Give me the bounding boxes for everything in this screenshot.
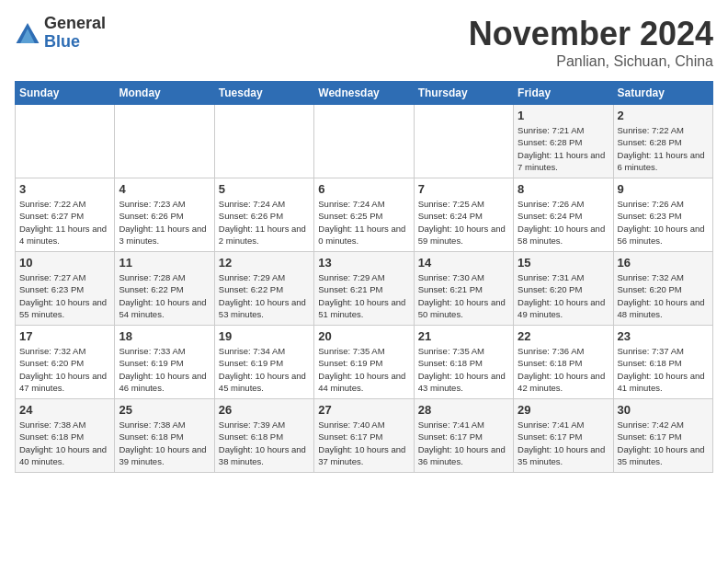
day-number: 28 xyxy=(418,403,509,417)
day-info: Sunrise: 7:22 AM Sunset: 6:27 PM Dayligh… xyxy=(19,198,110,247)
calendar-cell xyxy=(414,105,513,178)
day-number: 27 xyxy=(318,403,409,417)
day-info: Sunrise: 7:39 AM Sunset: 6:18 PM Dayligh… xyxy=(219,419,310,467)
calendar-cell: 9Sunrise: 7:26 AM Sunset: 6:23 PM Daylig… xyxy=(613,178,712,252)
calendar-cell: 25Sunrise: 7:38 AM Sunset: 6:18 PM Dayli… xyxy=(115,399,214,473)
day-info: Sunrise: 7:25 AM Sunset: 6:24 PM Dayligh… xyxy=(418,198,509,247)
day-info: Sunrise: 7:41 AM Sunset: 6:17 PM Dayligh… xyxy=(418,419,509,467)
day-number: 25 xyxy=(119,403,210,417)
day-number: 23 xyxy=(618,329,709,343)
day-number: 29 xyxy=(518,403,609,417)
day-info: Sunrise: 7:22 AM Sunset: 6:28 PM Dayligh… xyxy=(618,124,709,173)
calendar-cell: 17Sunrise: 7:32 AM Sunset: 6:20 PM Dayli… xyxy=(16,326,115,399)
calendar-cell xyxy=(16,105,115,178)
day-info: Sunrise: 7:38 AM Sunset: 6:18 PM Dayligh… xyxy=(19,419,110,467)
day-number: 7 xyxy=(418,182,509,196)
day-info: Sunrise: 7:29 AM Sunset: 6:21 PM Dayligh… xyxy=(318,271,409,320)
calendar-cell: 19Sunrise: 7:34 AM Sunset: 6:19 PM Dayli… xyxy=(214,326,313,399)
day-number: 16 xyxy=(618,256,709,270)
day-number: 20 xyxy=(318,329,409,343)
day-info: Sunrise: 7:24 AM Sunset: 6:25 PM Dayligh… xyxy=(318,198,409,247)
day-info: Sunrise: 7:29 AM Sunset: 6:22 PM Dayligh… xyxy=(219,271,310,320)
day-number: 4 xyxy=(119,182,210,196)
day-number: 13 xyxy=(318,256,409,270)
week-row-4: 17Sunrise: 7:32 AM Sunset: 6:20 PM Dayli… xyxy=(16,326,713,399)
day-number: 18 xyxy=(119,329,210,343)
day-info: Sunrise: 7:35 AM Sunset: 6:19 PM Dayligh… xyxy=(318,345,409,394)
week-row-2: 3Sunrise: 7:22 AM Sunset: 6:27 PM Daylig… xyxy=(16,178,713,252)
day-number: 5 xyxy=(219,182,310,196)
calendar-table: SundayMondayTuesdayWednesdayThursdayFrid… xyxy=(15,81,713,473)
day-number: 19 xyxy=(219,329,310,343)
calendar-cell: 22Sunrise: 7:36 AM Sunset: 6:18 PM Dayli… xyxy=(514,326,613,399)
logo-icon xyxy=(15,20,40,46)
calendar-cell: 24Sunrise: 7:38 AM Sunset: 6:18 PM Dayli… xyxy=(16,399,115,473)
day-info: Sunrise: 7:37 AM Sunset: 6:18 PM Dayligh… xyxy=(618,345,709,394)
week-row-1: 1Sunrise: 7:21 AM Sunset: 6:28 PM Daylig… xyxy=(16,105,713,178)
calendar-cell: 12Sunrise: 7:29 AM Sunset: 6:22 PM Dayli… xyxy=(214,252,313,326)
day-info: Sunrise: 7:30 AM Sunset: 6:21 PM Dayligh… xyxy=(418,271,509,320)
day-number: 6 xyxy=(318,182,409,196)
week-row-3: 10Sunrise: 7:27 AM Sunset: 6:23 PM Dayli… xyxy=(16,252,713,326)
logo-text: General Blue xyxy=(44,15,106,52)
calendar-cell: 23Sunrise: 7:37 AM Sunset: 6:18 PM Dayli… xyxy=(613,326,712,399)
weekday-header-row: SundayMondayTuesdayWednesdayThursdayFrid… xyxy=(16,82,713,105)
calendar-cell: 8Sunrise: 7:26 AM Sunset: 6:24 PM Daylig… xyxy=(514,178,613,252)
page-header: General Blue November 2024 Panlian, Sich… xyxy=(15,15,713,70)
month-title: November 2024 xyxy=(469,15,713,53)
day-number: 3 xyxy=(19,182,110,196)
calendar-cell: 11Sunrise: 7:28 AM Sunset: 6:22 PM Dayli… xyxy=(115,252,214,326)
calendar-cell: 18Sunrise: 7:33 AM Sunset: 6:19 PM Dayli… xyxy=(115,326,214,399)
calendar-cell: 7Sunrise: 7:25 AM Sunset: 6:24 PM Daylig… xyxy=(414,178,513,252)
day-info: Sunrise: 7:32 AM Sunset: 6:20 PM Dayligh… xyxy=(618,271,709,320)
calendar-cell: 29Sunrise: 7:41 AM Sunset: 6:17 PM Dayli… xyxy=(514,399,613,473)
weekday-header-saturday: Saturday xyxy=(613,82,712,105)
day-number: 8 xyxy=(518,182,609,196)
calendar-cell xyxy=(115,105,214,178)
day-number: 9 xyxy=(618,182,709,196)
day-info: Sunrise: 7:27 AM Sunset: 6:23 PM Dayligh… xyxy=(19,271,110,320)
calendar-cell: 5Sunrise: 7:24 AM Sunset: 6:26 PM Daylig… xyxy=(214,178,313,252)
day-info: Sunrise: 7:26 AM Sunset: 6:24 PM Dayligh… xyxy=(518,198,609,247)
calendar-cell: 21Sunrise: 7:35 AM Sunset: 6:18 PM Dayli… xyxy=(414,326,513,399)
logo-general-text: General xyxy=(44,15,106,33)
day-number: 17 xyxy=(19,329,110,343)
calendar-cell: 14Sunrise: 7:30 AM Sunset: 6:21 PM Dayli… xyxy=(414,252,513,326)
day-number: 26 xyxy=(219,403,310,417)
day-number: 12 xyxy=(219,256,310,270)
location-text: Panlian, Sichuan, China xyxy=(469,53,713,70)
day-info: Sunrise: 7:36 AM Sunset: 6:18 PM Dayligh… xyxy=(518,345,609,394)
calendar-cell xyxy=(314,105,414,178)
day-number: 24 xyxy=(19,403,110,417)
calendar-cell: 30Sunrise: 7:42 AM Sunset: 6:17 PM Dayli… xyxy=(613,399,712,473)
weekday-header-wednesday: Wednesday xyxy=(314,82,414,105)
day-info: Sunrise: 7:26 AM Sunset: 6:23 PM Dayligh… xyxy=(618,198,709,247)
day-info: Sunrise: 7:21 AM Sunset: 6:28 PM Dayligh… xyxy=(518,124,609,173)
calendar-cell: 13Sunrise: 7:29 AM Sunset: 6:21 PM Dayli… xyxy=(314,252,414,326)
day-info: Sunrise: 7:32 AM Sunset: 6:20 PM Dayligh… xyxy=(19,345,110,394)
weekday-header-monday: Monday xyxy=(115,82,214,105)
day-info: Sunrise: 7:35 AM Sunset: 6:18 PM Dayligh… xyxy=(418,345,509,394)
weekday-header-friday: Friday xyxy=(514,82,613,105)
weekday-header-thursday: Thursday xyxy=(414,82,513,105)
day-info: Sunrise: 7:24 AM Sunset: 6:26 PM Dayligh… xyxy=(219,198,310,247)
day-number: 21 xyxy=(418,329,509,343)
day-info: Sunrise: 7:38 AM Sunset: 6:18 PM Dayligh… xyxy=(119,419,210,467)
weekday-header-sunday: Sunday xyxy=(16,82,115,105)
day-info: Sunrise: 7:28 AM Sunset: 6:22 PM Dayligh… xyxy=(119,271,210,320)
calendar-cell: 6Sunrise: 7:24 AM Sunset: 6:25 PM Daylig… xyxy=(314,178,414,252)
calendar-cell: 20Sunrise: 7:35 AM Sunset: 6:19 PM Dayli… xyxy=(314,326,414,399)
calendar-cell: 27Sunrise: 7:40 AM Sunset: 6:17 PM Dayli… xyxy=(314,399,414,473)
day-info: Sunrise: 7:40 AM Sunset: 6:17 PM Dayligh… xyxy=(318,419,409,467)
day-info: Sunrise: 7:31 AM Sunset: 6:20 PM Dayligh… xyxy=(518,271,609,320)
day-number: 22 xyxy=(518,329,609,343)
day-number: 30 xyxy=(618,403,709,417)
day-number: 15 xyxy=(518,256,609,270)
day-info: Sunrise: 7:41 AM Sunset: 6:17 PM Dayligh… xyxy=(518,419,609,467)
calendar-cell: 2Sunrise: 7:22 AM Sunset: 6:28 PM Daylig… xyxy=(613,105,712,178)
calendar-cell: 1Sunrise: 7:21 AM Sunset: 6:28 PM Daylig… xyxy=(514,105,613,178)
calendar-cell: 3Sunrise: 7:22 AM Sunset: 6:27 PM Daylig… xyxy=(16,178,115,252)
day-info: Sunrise: 7:23 AM Sunset: 6:26 PM Dayligh… xyxy=(119,198,210,247)
logo: General Blue xyxy=(15,15,106,52)
day-info: Sunrise: 7:42 AM Sunset: 6:17 PM Dayligh… xyxy=(618,419,709,467)
